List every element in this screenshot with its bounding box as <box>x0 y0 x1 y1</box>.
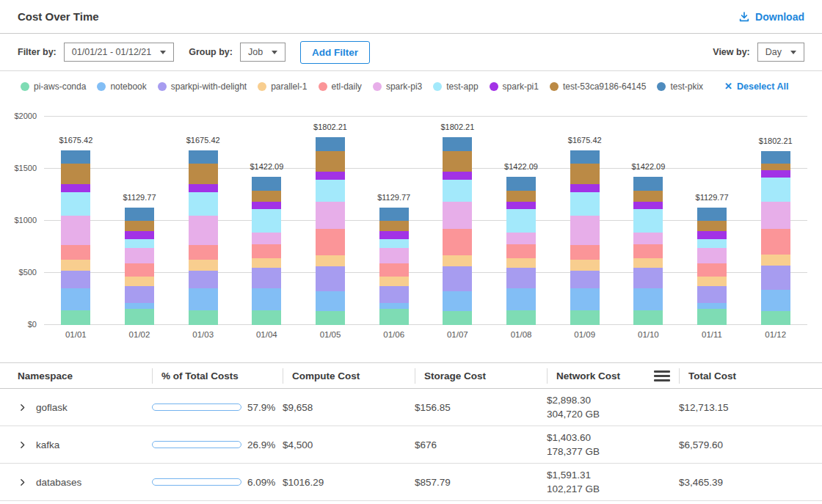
bar-segment-spark-pi3[interactable] <box>633 233 663 244</box>
bar-segment-test-pkix[interactable] <box>761 151 790 164</box>
bar-segment-sparkpi-with-delight[interactable] <box>316 266 345 291</box>
bar-segment-parallel-1[interactable] <box>189 260 218 271</box>
bar-segment-test-53ca9186-64145[interactable] <box>761 164 790 169</box>
bar-segment-pi-aws-conda[interactable] <box>379 309 409 325</box>
bar-segment-test-pkix[interactable] <box>189 150 218 164</box>
bar-segment-test-53ca9186-64145[interactable] <box>125 221 154 231</box>
bar-segment-sparkpi-with-delight[interactable] <box>570 271 600 288</box>
bar-segment-test-app[interactable] <box>125 239 154 248</box>
bar-segment-test-53ca9186-64145[interactable] <box>189 164 218 185</box>
bar-segment-test-app[interactable] <box>761 178 790 202</box>
legend-item[interactable]: test-app <box>433 81 478 92</box>
bar-segment-spark-pi3[interactable] <box>506 233 536 244</box>
bar-segment-parallel-1[interactable] <box>61 260 90 271</box>
bar-segment-test-pkix[interactable] <box>125 208 154 222</box>
bar-segment-test-pkix[interactable] <box>570 150 600 164</box>
stacked-bar[interactable] <box>316 137 345 325</box>
stacked-bar[interactable] <box>379 208 409 325</box>
stacked-bar[interactable] <box>61 150 90 325</box>
bar-segment-pi-aws-conda[interactable] <box>633 310 663 325</box>
legend-item[interactable]: spark-pi1 <box>490 81 539 92</box>
bar-segment-test-app[interactable] <box>697 239 727 248</box>
group-by-select[interactable]: Job <box>240 43 285 62</box>
legend-item[interactable]: parallel-1 <box>258 81 307 92</box>
bar-segment-spark-pi1[interactable] <box>443 172 472 180</box>
bar-segment-etl-daily[interactable] <box>252 244 281 258</box>
bar-segment-etl-daily[interactable] <box>379 263 409 277</box>
bar-segment-etl-daily[interactable] <box>189 245 218 260</box>
bar-segment-test-53ca9186-64145[interactable] <box>443 151 472 172</box>
bar-segment-parallel-1[interactable] <box>316 255 345 266</box>
bar-segment-notebook[interactable] <box>443 291 472 312</box>
bar-segment-test-app[interactable] <box>570 192 600 216</box>
bar-segment-pi-aws-conda[interactable] <box>125 309 154 325</box>
legend-item[interactable]: test-53ca9186-64145 <box>550 81 646 92</box>
bar-segment-spark-pi1[interactable] <box>570 184 600 192</box>
bar-segment-etl-daily[interactable] <box>697 263 727 277</box>
bar-segment-test-53ca9186-64145[interactable] <box>506 191 536 202</box>
legend-item[interactable]: test-pkix <box>657 81 703 92</box>
bar-segment-spark-pi3[interactable] <box>761 202 790 229</box>
bar-segment-test-app[interactable] <box>633 209 663 233</box>
legend-item[interactable]: spark-pi3 <box>373 81 422 92</box>
bar-segment-parallel-1[interactable] <box>633 258 663 268</box>
bar-segment-test-pkix[interactable] <box>633 177 663 191</box>
bar-segment-sparkpi-with-delight[interactable] <box>189 271 218 288</box>
bar-segment-test-app[interactable] <box>189 192 218 216</box>
bar-segment-pi-aws-conda[interactable] <box>570 310 600 325</box>
bar-segment-parallel-1[interactable] <box>379 277 409 286</box>
bar-segment-spark-pi1[interactable] <box>633 202 663 209</box>
bar-segment-spark-pi3[interactable] <box>316 202 345 229</box>
bar-segment-test-app[interactable] <box>252 209 281 233</box>
bar-segment-spark-pi1[interactable] <box>761 170 790 178</box>
bar-segment-notebook[interactable] <box>61 288 90 310</box>
bar-segment-pi-aws-conda[interactable] <box>761 311 790 325</box>
bar-segment-parallel-1[interactable] <box>443 255 472 266</box>
bar-segment-test-app[interactable] <box>61 192 90 216</box>
deselect-all-button[interactable]: ✕ Deselect All <box>724 81 788 92</box>
bar-segment-sparkpi-with-delight[interactable] <box>697 286 727 303</box>
bar-segment-notebook[interactable] <box>506 288 536 310</box>
bar-segment-notebook[interactable] <box>570 288 600 310</box>
bar-segment-sparkpi-with-delight[interactable] <box>633 268 663 288</box>
bar-segment-parallel-1[interactable] <box>761 255 790 265</box>
bar-segment-spark-pi1[interactable] <box>125 231 154 239</box>
bar-segment-spark-pi1[interactable] <box>252 202 281 209</box>
bar-segment-pi-aws-conda[interactable] <box>443 311 472 325</box>
bar-segment-test-pkix[interactable] <box>61 150 90 164</box>
stacked-bar[interactable] <box>443 137 472 325</box>
row-expand-chevron-icon[interactable] <box>18 403 27 412</box>
bar-segment-notebook[interactable] <box>761 290 790 311</box>
bar-segment-test-pkix[interactable] <box>379 208 409 222</box>
bar-segment-test-pkix[interactable] <box>443 137 472 151</box>
bar-segment-test-app[interactable] <box>443 180 472 202</box>
bar-segment-sparkpi-with-delight[interactable] <box>125 286 154 303</box>
stacked-bar[interactable] <box>125 208 154 325</box>
bar-segment-test-53ca9186-64145[interactable] <box>316 151 345 172</box>
bar-segment-test-pkix[interactable] <box>697 208 727 222</box>
bar-segment-spark-pi1[interactable] <box>189 184 218 192</box>
bar-segment-spark-pi1[interactable] <box>316 172 345 180</box>
bar-segment-pi-aws-conda[interactable] <box>506 310 536 325</box>
stacked-bar[interactable] <box>697 208 727 325</box>
bar-segment-pi-aws-conda[interactable] <box>189 310 218 325</box>
bar-segment-spark-pi3[interactable] <box>697 248 727 263</box>
bar-segment-spark-pi3[interactable] <box>61 216 90 245</box>
bar-segment-etl-daily[interactable] <box>761 229 790 255</box>
bar-segment-spark-pi3[interactable] <box>379 248 409 263</box>
bar-segment-notebook[interactable] <box>316 291 345 312</box>
bar-segment-sparkpi-with-delight[interactable] <box>761 266 790 290</box>
bar-segment-test-53ca9186-64145[interactable] <box>570 164 600 185</box>
bar-segment-parallel-1[interactable] <box>570 260 600 271</box>
bar-segment-test-pkix[interactable] <box>252 177 281 191</box>
bar-segment-test-app[interactable] <box>506 209 536 233</box>
stacked-bar[interactable] <box>570 150 600 325</box>
bar-segment-spark-pi1[interactable] <box>506 202 536 209</box>
bar-segment-spark-pi3[interactable] <box>570 216 600 245</box>
bar-segment-parallel-1[interactable] <box>125 277 154 286</box>
view-by-select[interactable]: Day <box>757 43 804 62</box>
bar-segment-sparkpi-with-delight[interactable] <box>506 268 536 288</box>
bar-segment-etl-daily[interactable] <box>443 229 472 256</box>
bar-segment-test-53ca9186-64145[interactable] <box>61 164 90 185</box>
row-expand-chevron-icon[interactable] <box>18 478 27 487</box>
